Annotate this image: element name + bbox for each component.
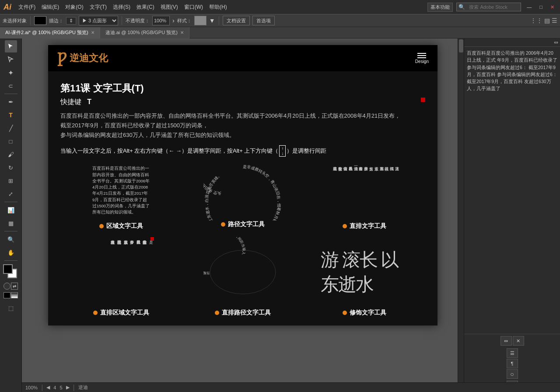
tab-close-2[interactable]: ✕ — [180, 30, 184, 35]
select-tool[interactable] — [5, 40, 17, 52]
vertical-path-label-text: 直排路径文字工具 — [222, 309, 271, 317]
preferences-button[interactable]: 首选项 — [252, 16, 275, 25]
opacity-arrow[interactable]: › — [172, 17, 175, 24]
graph-tool[interactable]: 📊 — [5, 204, 17, 216]
shortcut-key-badge: T — [87, 98, 91, 105]
stroke-control[interactable]: ⇕ — [66, 17, 76, 24]
right-panel-resize-icon[interactable]: ⇔ — [554, 39, 558, 46]
canvas-area[interactable]: Ƿ 逆迪文化 Design 第11课 文字工具(T) 快捷键 — [22, 38, 464, 392]
opacity-label: 不透明度： — [126, 18, 150, 24]
page-arrows[interactable]: ◀ — [46, 385, 50, 390]
maximize-button[interactable]: □ — [537, 4, 545, 10]
close-button[interactable]: ✕ — [548, 4, 556, 11]
path-text-box: 是非成败转头空，青山依旧在，惜看秋月春风。一壶浊酒相逢，古今多少事，滚滚长江东逝… — [203, 164, 282, 220]
tab-close-1[interactable]: ✕ — [91, 30, 94, 35]
vert-col-10: 水淘尽英 — [379, 164, 384, 216]
color-swatches[interactable] — [3, 264, 19, 280]
circle-btn[interactable]: ○ — [507, 369, 518, 379]
menu-help[interactable]: 帮助(H) — [206, 3, 230, 12]
opacity-input[interactable] — [152, 16, 170, 25]
shortcut-label: 快捷键 — [60, 98, 81, 105]
more-icon[interactable]: ☰ — [552, 17, 557, 24]
menu-effect[interactable]: 效果(C) — [134, 3, 157, 12]
style-swatch[interactable] — [194, 16, 206, 25]
left-tools-panel: ✦ ⊂ ✒ T ╱ □ 🖌 ↻ ⊞ ⤢ 📊 ▦ 🔍 ✋ ⇄ ⬚ — [0, 38, 22, 392]
area-dot — [99, 224, 104, 228]
right-panel-text: 百度百科是百度公司推出的 2006年4月20日上线，正式 年9月，百度百科已经收… — [467, 49, 557, 92]
arrow-up-symbol: ↑ — [281, 146, 284, 151]
fill-mode-icon[interactable] — [4, 292, 10, 298]
vert-col-5: 一壶浊酒 — [354, 164, 358, 216]
line-tool[interactable]: ╱ — [5, 122, 17, 134]
right-close-btn[interactable]: ✕ — [513, 336, 524, 346]
arrow-up-down-indicator: ↑ ↓ — [279, 145, 286, 157]
type-tool[interactable]: T — [5, 109, 17, 121]
points-select[interactable]: ▶ 3 点圆形 — [79, 16, 118, 25]
direct-select-tool[interactable] — [5, 53, 17, 66]
paragraph-btn[interactable]: ¶ — [507, 359, 518, 368]
indicator-dot — [421, 98, 425, 102]
right-minimize-btn[interactable]: ⇔ — [500, 336, 512, 346]
tool-divider-2 — [4, 202, 18, 202]
tab-didi[interactable]: 递迪.ai @ 100% (RGB/GPU 预览) ✕ — [100, 27, 189, 38]
path-text-example: 是非成败转头空，青山依旧在，惜看秋月春风。一壶浊酒相逢，古今多少事，滚滚长江东逝… — [182, 164, 304, 228]
lasso-tool[interactable]: ⊂ — [5, 80, 17, 92]
style-label: 样式： — [177, 18, 192, 24]
panels-icon[interactable]: ▤ — [544, 17, 550, 24]
divider-3 — [219, 16, 219, 25]
style-dropdown-icon[interactable]: ▼ — [209, 17, 215, 24]
pen-tool[interactable]: ✒ — [5, 96, 17, 108]
logo-chinese: 逆迪文化 — [70, 52, 108, 65]
tab-ai-course2[interactable]: AI-课件2.ai* @ 100% (RGB/GPU 预览) ✕ — [0, 27, 100, 38]
ham-line-1 — [417, 53, 426, 54]
stroke-label: 描边： — [49, 18, 63, 24]
gradient-icon[interactable] — [11, 292, 18, 298]
magic-wand-tool[interactable]: ✦ — [5, 66, 17, 79]
reflect-tool[interactable]: ⊞ — [5, 175, 17, 187]
swap-colors-icon[interactable]: ⇄ — [11, 283, 18, 290]
workspace-menu[interactable]: 基本功能 — [427, 3, 453, 12]
vert-col-9: 江东逝 — [374, 164, 379, 216]
vertical-text-box: 旧是非成 在败转头空 惜青山依 看秋月春风 一壶浊酒 相逢古今多 少事逝水 滚滚… — [329, 164, 399, 220]
right-panel-content: 百度百科是百度公司推出的 2006年4月20日上线，正式 年9月，百度百科已经收… — [464, 47, 560, 334]
vertical-scrollbar[interactable] — [458, 38, 464, 382]
paint-brush-tool[interactable]: 🖌 — [5, 148, 17, 161]
artboard-tool[interactable]: ⬚ — [5, 302, 17, 314]
no-fill-icon[interactable] — [4, 283, 10, 290]
va-col-1: 白发渔樵江渚上 — [110, 237, 116, 307]
menu-view[interactable]: 视图(V) — [158, 3, 181, 12]
scale-tool[interactable]: ⤢ — [5, 188, 17, 200]
svg-point-2 — [210, 250, 276, 294]
arrange-icon[interactable]: ⋮⋮ — [530, 17, 542, 24]
stock-search-input[interactable] — [466, 4, 519, 10]
menu-window[interactable]: 窗口(W) — [182, 3, 206, 12]
vert-col-8: 滚滚长 — [369, 164, 374, 216]
vertical-text-example: 旧是非成 在败转头空 惜青山依 看秋月春风 一壶浊酒 相逢古今多 少事逝水 滚滚… — [304, 164, 425, 230]
hand-tool[interactable]: ✋ — [5, 246, 17, 259]
status-bar: 100% | ◀ 4 5 ▶ | 逆迪 — [22, 382, 560, 392]
doc-settings-button[interactable]: 文档设置 — [223, 16, 250, 25]
stroke-swatch[interactable] — [34, 16, 46, 25]
menu-file[interactable]: 文件(F) — [16, 3, 38, 12]
x-icon: ✕ — [516, 338, 520, 344]
menu-select[interactable]: 选择(S) — [110, 3, 133, 12]
ham-line-2 — [417, 55, 426, 56]
menu-text[interactable]: 文字(T) — [87, 3, 109, 12]
right-menu-icon: ☰ — [510, 350, 514, 356]
scroll-thumb[interactable] — [459, 39, 463, 52]
rect-tool[interactable]: □ — [5, 135, 17, 147]
page-next[interactable]: ▶ — [66, 385, 70, 390]
minimize-button[interactable]: — — [525, 4, 534, 10]
rotate-tool[interactable]: ↻ — [5, 161, 17, 174]
decor-text-box: 游 滚长 以 东逝水 — [321, 237, 408, 307]
zoom-tool[interactable]: 🔍 — [5, 233, 17, 245]
hamburger-right[interactable]: ☰ — [507, 348, 518, 358]
chart-tool[interactable]: ▦ — [5, 217, 17, 229]
hamburger-menu[interactable] — [417, 53, 426, 58]
vertical-area-label: 直排区域文字工具 — [93, 309, 149, 317]
area-text-content: 百度百科是百度公司推出的一部内容开放、自由的网络百科全书平台。其测试版于2006… — [92, 165, 150, 215]
menu-object[interactable]: 对象(O) — [63, 3, 86, 12]
vert-path-dot — [215, 311, 219, 315]
menu-edit[interactable]: 编辑(E) — [39, 3, 62, 12]
foreground-swatch[interactable] — [3, 264, 13, 274]
